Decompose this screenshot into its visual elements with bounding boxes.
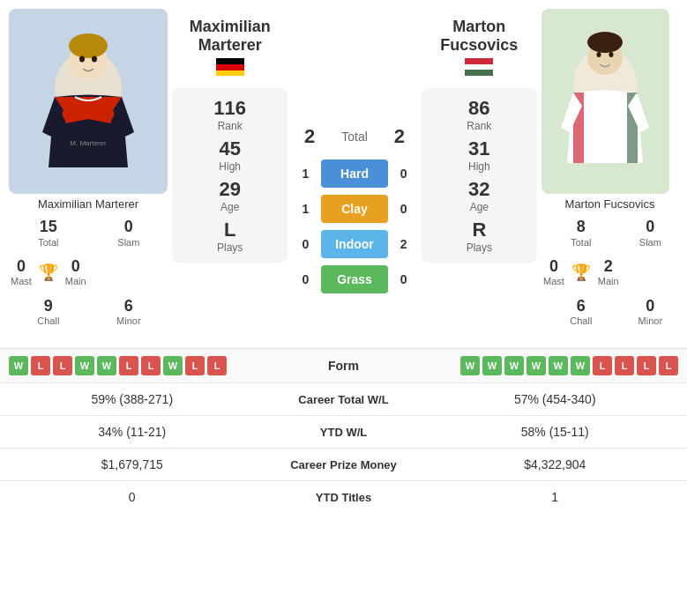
- right-chall-value: 6: [543, 297, 619, 316]
- left-middle-stats: 116 Rank 45 High 29 Age L Plays: [172, 88, 287, 263]
- stats-right-value: 1: [432, 490, 679, 504]
- right-player-area: Marton Fucsovics 8 Total 0 Slam 0 Mast 🏆: [541, 9, 678, 330]
- right-age-label: Age: [430, 201, 528, 213]
- right-chall-label: Chall: [543, 315, 619, 327]
- total-label: Total: [341, 130, 368, 144]
- stats-center-label: YTD Titles: [256, 491, 432, 504]
- svg-text:M. Marterer: M. Marterer: [70, 139, 107, 147]
- form-badge-left: W: [9, 356, 28, 375]
- stats-row: 0YTD Titles1: [0, 481, 687, 513]
- top-section: M. Marterer Maximilian Marterer 15 Total…: [0, 0, 687, 339]
- main-container: M. Marterer Maximilian Marterer 15 Total…: [0, 0, 687, 513]
- svg-rect-7: [216, 58, 244, 64]
- right-slam-label: Slam: [624, 237, 676, 249]
- left-total-label: Total: [11, 237, 86, 249]
- right-player-name-below: Marton Fucsovics: [541, 197, 678, 211]
- right-mast-value: 0: [543, 257, 564, 277]
- right-main-value: 2: [598, 257, 619, 277]
- clay-left-score: 1: [296, 202, 314, 216]
- form-badge-right: W: [571, 356, 590, 375]
- stats-center-label: YTD W/L: [256, 426, 432, 439]
- right-rank-value: 86: [430, 97, 528, 120]
- left-player-area: M. Marterer Maximilian Marterer 15 Total…: [9, 9, 168, 330]
- svg-point-4: [79, 56, 85, 63]
- left-form-badges: WLLWWLLWLL: [9, 356, 273, 375]
- right-high-row: 31 High: [430, 137, 528, 173]
- form-badge-right: W: [526, 356, 546, 375]
- right-total-cell: 8 Total: [541, 214, 621, 252]
- right-form-badges: WWWWWWLLLL: [414, 356, 679, 375]
- clay-bar: Clay: [321, 195, 387, 223]
- stats-center-label: Career Prize Money: [256, 458, 432, 471]
- right-minor-cell: 0 Minor: [623, 293, 678, 331]
- left-minor-label: Minor: [92, 315, 166, 327]
- svg-rect-11: [465, 64, 493, 70]
- left-total-value: 15: [11, 218, 86, 237]
- hard-bar: Hard: [321, 160, 387, 188]
- left-high-label: High: [181, 160, 279, 173]
- svg-rect-12: [465, 70, 493, 76]
- form-badge-left: W: [163, 356, 183, 375]
- right-player-name-top: Marton Fucsovics: [422, 18, 537, 55]
- left-minor-cell: 6 Minor: [90, 293, 168, 331]
- form-badge-left: L: [141, 356, 161, 375]
- right-total-label: Total: [543, 237, 619, 249]
- grass-row: 0 Grass 0: [296, 265, 412, 293]
- form-badge-right: W: [504, 356, 524, 375]
- court-section: 2 Total 2 1 Hard 0 1 Clay 0 0 Indoor 2: [292, 79, 416, 330]
- total-left: 2: [304, 125, 315, 148]
- left-mast-trophy-row: 0 Mast 🏆 0 Main: [9, 254, 88, 292]
- clay-row: 1 Clay 0: [296, 195, 412, 223]
- form-badge-right: L: [637, 356, 656, 375]
- left-total-cell: 15 Total: [9, 214, 88, 252]
- svg-rect-8: [216, 64, 244, 71]
- left-mast-label: Mast: [11, 276, 32, 287]
- svg-point-18: [609, 52, 613, 57]
- right-total-value: 8: [543, 218, 619, 237]
- form-badge-right: W: [460, 356, 480, 375]
- form-badge-left: W: [97, 356, 116, 375]
- right-plays-label: Plays: [430, 241, 528, 254]
- left-chall-cell: 9 Chall: [9, 293, 88, 331]
- stats-row: $1,679,715Career Prize Money$4,322,904: [0, 449, 687, 481]
- grass-bar: Grass: [321, 265, 387, 293]
- right-high-label: High: [430, 160, 528, 173]
- form-badge-left: L: [207, 356, 227, 375]
- right-minor-label: Minor: [624, 315, 676, 327]
- clay-right-score: 0: [395, 202, 413, 216]
- stats-center-label: Career Total W/L: [256, 393, 432, 406]
- left-high-value: 45: [181, 137, 279, 160]
- form-row: WLLWWLLWLL Form WWWWWWLLLL: [0, 349, 687, 383]
- total-right: 2: [394, 125, 405, 148]
- stats-table: 59% (388-271)Career Total W/L57% (454-34…: [0, 383, 687, 513]
- svg-point-16: [587, 32, 623, 53]
- stats-left-value: $1,679,715: [9, 457, 256, 471]
- right-slam-value: 0: [624, 218, 676, 237]
- form-badge-right: W: [482, 356, 502, 375]
- bottom-section: WLLWWLLWLL Form WWWWWWLLLL 59% (388-271)…: [0, 348, 687, 513]
- right-mast-trophy-row: 0 Mast 🏆 2 Main: [541, 254, 621, 292]
- stats-right-value: 58% (15-11): [432, 425, 679, 439]
- left-flag: [216, 58, 244, 81]
- svg-rect-10: [465, 58, 493, 64]
- trophy-icon-left: 🏆: [39, 263, 58, 282]
- form-label: Form: [273, 359, 414, 373]
- stats-left-value: 0: [9, 490, 256, 504]
- left-plays-label: Plays: [181, 241, 279, 254]
- right-rank-row: 86 Rank: [430, 97, 528, 132]
- stats-row: 34% (11-21)YTD W/L58% (15-11): [0, 416, 687, 449]
- right-player-photo: [541, 9, 669, 194]
- right-stats-grid: 8 Total 0 Slam 0 Mast 🏆 2 Main: [541, 214, 678, 330]
- svg-point-3: [69, 33, 108, 58]
- form-badge-left: W: [75, 356, 94, 375]
- left-player-photo: M. Marterer: [9, 9, 168, 194]
- svg-rect-9: [216, 71, 244, 76]
- total-row: 2 Total 2: [296, 125, 412, 148]
- form-badge-left: L: [31, 356, 50, 375]
- stats-row: 59% (388-271)Career Total W/L57% (454-34…: [0, 383, 687, 416]
- right-plays-row: R Plays: [430, 219, 528, 254]
- right-chall-cell: 6 Chall: [541, 293, 621, 331]
- hard-left-score: 1: [296, 167, 314, 181]
- stats-right-value: 57% (454-340): [432, 392, 679, 406]
- left-slam-label: Slam: [92, 237, 166, 249]
